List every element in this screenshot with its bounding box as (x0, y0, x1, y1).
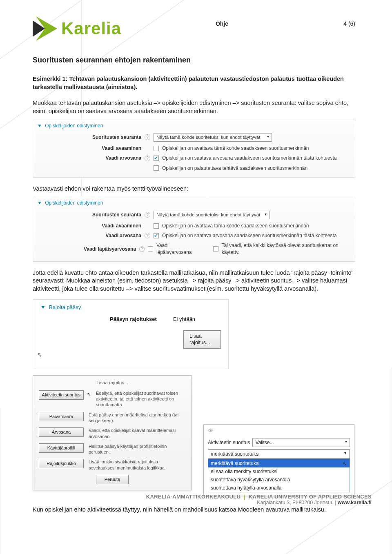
paragraph-2: Vastaavasti ehdon voi rakentaa myös tent… (33, 185, 355, 193)
panel-section-header[interactable]: ▼ Opiskelijoiden edistyminen (37, 122, 351, 129)
help-icon[interactable]: ? (145, 212, 150, 218)
activity-completion-label: Aktiviteetin suoritus (208, 439, 250, 446)
completion-status-select[interactable]: merkittävä suoritetuksi (208, 449, 350, 458)
restriction-desc: Edellytä, että opiskelijat suorittavat t… (96, 390, 186, 408)
example-heading: Esimerkki 1: Tehtävän palautuskansioon (… (33, 75, 355, 91)
dropdown-option[interactable]: suoritettava hyväksytyllä arvosanalla (208, 476, 350, 484)
brand-name: Karelia (61, 19, 121, 38)
restriction-option-profile[interactable]: Käyttäjäprofiili (39, 443, 84, 453)
brand-logo: Karelia (33, 16, 121, 41)
completion-tracking-select[interactable]: Näytä tämä kohde suoritetuksi kun ehdot … (154, 133, 272, 142)
paragraph-3: Jotta edellä kuvattu ehto antaa oikeuden… (33, 269, 355, 293)
help-icon[interactable]: ? (139, 246, 145, 252)
require-submit-checkbox[interactable] (154, 165, 159, 171)
panel-section-header[interactable]: ▼ Rajoita pääsy (40, 304, 221, 311)
dropdown-option[interactable]: merkittävä suoritetuksi (208, 459, 350, 467)
require-all-attempts-text: Tai vaadi, että kaikki käytössä olevat s… (222, 242, 351, 255)
page-number: 4 (6) (323, 20, 355, 27)
require-view-checkbox[interactable] (154, 223, 159, 229)
page-footer: KARELIA-AMMATTIKORKEAKOULU | KARELIA UNI… (0, 494, 372, 505)
require-all-attempts-checkbox[interactable] (213, 246, 218, 251)
restrictions-value: Ei yhtään (173, 316, 195, 323)
restrict-section-title: Rajoita pääsy (49, 304, 81, 310)
settings-panel-progress-2: ▼ Opiskelijoiden edistyminen Suoritusten… (33, 197, 355, 261)
require-grade-checkbox[interactable] (154, 156, 159, 161)
activity-select[interactable]: Valitse... (252, 438, 350, 447)
restriction-option-grade[interactable]: Arvosana (39, 427, 84, 437)
require-grade-text: Opiskelijan on saatava arvosana saadakse… (162, 155, 337, 161)
require-pass-label: Vaadi läpäisyarvosana (37, 246, 136, 252)
require-view-text: Opiskelijan on avattava tämä kohde saada… (162, 145, 309, 151)
dialog-title: Lisää rajoitus... (39, 380, 186, 386)
activity-completion-popup: 👁 Aktiviteetin suoritus Valitse... merki… (203, 424, 354, 496)
add-restriction-dialog: Lisää rajoitus... Aktiviteetin suoritus … (33, 375, 192, 490)
footer-org-fi: KARELIA-AMMATTIKORKEAKOULU (146, 494, 241, 500)
dialog-cancel-button[interactable]: Peruuta (96, 475, 129, 484)
require-view-label: Vaadi avaaminen (37, 222, 141, 229)
page-title: Suoritusten seurannan ehtojen rakentamin… (33, 55, 355, 65)
chevron-down-icon: ▼ (37, 123, 42, 128)
dropdown-option[interactable]: suoritettava hylätyllä arvosanalla (208, 484, 350, 492)
require-view-checkbox[interactable] (154, 146, 159, 151)
help-icon[interactable]: ? (145, 134, 150, 140)
eye-icon[interactable]: 👁 (204, 425, 354, 436)
restrictions-label: Pääsyn rajoitukset (110, 316, 157, 323)
completion-status-dropdown: merkittävä suoritetuksi ei saa olla merk… (208, 459, 350, 493)
add-restriction-button[interactable]: Lisää rajoitus... (183, 330, 221, 349)
require-grade-text: Opiskelijan on saatava arvosana saadakse… (162, 232, 337, 239)
require-view-text: Opiskelijan on avattava tämä kohde saada… (162, 222, 309, 229)
restriction-desc: Vaadi, että opiskelijat saavat määrittel… (89, 427, 186, 439)
footer-url[interactable]: www.karelia.fi (338, 500, 372, 505)
require-view-label: Vaadi avaaminen (37, 145, 141, 151)
help-icon[interactable]: ? (145, 233, 150, 238)
completion-tracking-label: Suoritusten seuranta (37, 134, 141, 140)
restriction-option-date[interactable]: Päivämäärä (39, 412, 84, 421)
dropdown-option[interactable]: ei saa olla merkitty suoritetuksi (208, 467, 350, 476)
restriction-desc: Hallitse pääsyä käyttäjän profiilitietoi… (89, 443, 186, 455)
cursor-icon: ↖ (37, 352, 42, 358)
paragraph-1: Muokkaa tehtävän palautuskansion asetuks… (33, 99, 355, 115)
help-icon[interactable]: ? (145, 156, 150, 161)
footer-org-en: KARELIA UNIVERSITY OF APPLIED SCIENCES (249, 494, 372, 500)
restriction-option-activity[interactable]: Aktiviteetin suoritus (39, 390, 84, 400)
completion-tracking-select[interactable]: Näytä tämä kohde suoritetuksi kun ehdot … (154, 211, 270, 220)
panel-section-header[interactable]: ▼ Opiskelijoiden edistyminen (37, 200, 351, 206)
paragraph-4: Kun opiskelijan ehto aktiviteetissä täyt… (33, 506, 355, 514)
cursor-icon: ↖ (87, 391, 91, 398)
require-grade-label: Vaadi arvosana (37, 232, 141, 239)
require-grade-checkbox[interactable] (154, 233, 159, 238)
settings-panel-progress-1: ▼ Opiskelijoiden edistyminen Suoritusten… (33, 120, 355, 178)
require-submit-text: Opiskelijan on palautettava tehtävä saad… (162, 165, 307, 171)
require-pass-text1: Vaadi läpäisyarvosana (156, 242, 203, 255)
restriction-option-set[interactable]: Rajoitusjoukko (39, 459, 84, 468)
panel-section-title: Opiskelijoiden edistyminen (45, 200, 103, 206)
completion-tracking-label: Suoritusten seuranta (37, 211, 141, 218)
panel-section-title: Opiskelijoiden edistyminen (45, 123, 103, 129)
cursor-icon: ↖ (343, 461, 347, 467)
require-grade-label: Vaadi arvosana (37, 155, 141, 161)
restriction-desc: Estä pääsy ennen määriteltyä ajanhetkeä … (89, 412, 186, 424)
require-pass-checkbox[interactable] (148, 246, 153, 251)
footer-address: Karjalankatu 3, FI-80200 Joensuu (257, 500, 334, 505)
restriction-desc: Lisää joukko sisäkkäisiä rajoituksia sov… (89, 459, 186, 471)
doc-type-label: Ohje (121, 20, 323, 27)
restrict-access-panel: ▼ Rajoita pääsy Pääsyn rajoitukset Ei yh… (33, 299, 229, 369)
chevron-down-icon: ▼ (40, 304, 46, 310)
chevron-down-icon: ▼ (37, 200, 42, 206)
